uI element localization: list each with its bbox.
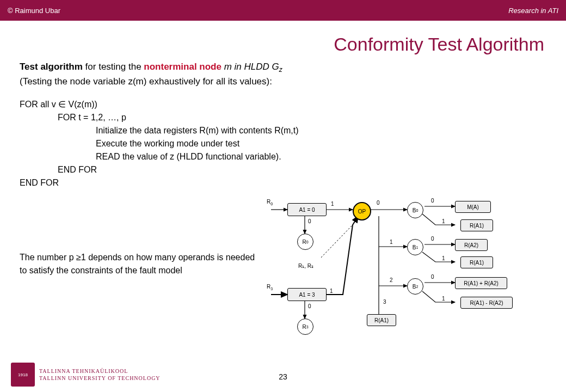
node-r0-circle: R0	[297, 234, 313, 250]
copyright: © Raimund Ubar	[8, 7, 60, 15]
footer: 1918 TALLINNA TEHNIKAÜLIKOOL TALLINN UNI…	[11, 363, 555, 387]
node-b2: B2	[407, 278, 423, 295]
algo-line: FOR t = 1,2, …, p	[20, 111, 546, 124]
edge-lbl: 3	[383, 299, 386, 305]
algo-line: Initialize the data registers R(m) with …	[20, 124, 546, 137]
term-ra1-bottom: R(A1)	[367, 314, 396, 326]
intro-red: nonterminal node	[144, 62, 222, 72]
lbl-r1r2: R₁, R₂	[298, 263, 313, 269]
university-logo: 1918 TALLINNA TEHNIKAÜLIKOOL TALLINN UNI…	[11, 363, 161, 387]
node-b0: B0	[407, 202, 423, 218]
edge-lbl: 0	[431, 274, 434, 280]
edge-lbl: 1	[330, 288, 333, 294]
edge-lbl: 0	[431, 236, 434, 242]
algorithm: FOR all v ∈ V(z(m)) FOR t = 1,2, …, p In…	[20, 98, 546, 189]
edge-lbl: 0	[308, 303, 311, 309]
edge-lbl: 1	[442, 255, 445, 261]
node-b1: B1	[407, 239, 423, 255]
edge-lbl: 0	[377, 200, 380, 206]
edge-lbl: 1	[331, 201, 334, 207]
term-ra2: R(A2)	[455, 239, 488, 251]
term-ma: M(A)	[455, 201, 491, 213]
edge-lbl: 1	[442, 296, 445, 302]
slide-body: Test algorithm for testing the nontermin…	[0, 60, 566, 189]
hldd-diagram: R0 R3 R₁, R₂ A1 = 0 A1 = 3 OP R0 R3 B0 B…	[261, 192, 544, 356]
term-ra1-1: R(A1)	[460, 219, 493, 231]
node-r3-circle: R3	[297, 318, 313, 335]
edge-lbl: 0	[431, 198, 434, 204]
algo-line: Execute the working mode under test	[20, 137, 546, 150]
edge-lbl: 1	[390, 239, 393, 245]
term-plus: R(A1) + R(A2)	[455, 277, 507, 289]
intro-bold: Test algorithm	[20, 62, 83, 72]
algo-line: FOR all v ∈ V(z(m))	[20, 98, 546, 111]
seal-icon: 1918	[11, 363, 35, 387]
svg-line-18	[321, 225, 353, 258]
node-a1-0: A1 = 0	[287, 203, 327, 216]
term-ra1-2: R(A1)	[460, 256, 493, 268]
edge-lbl: 1	[442, 218, 445, 224]
node-a1-3: A1 = 3	[287, 288, 327, 301]
edge-lbl: 0	[308, 218, 311, 224]
algo-line: END FOR	[20, 176, 546, 189]
algo-line: END FOR	[20, 163, 546, 176]
university-name: TALLINNA TEHNIKAÜLIKOOL TALLINN UNIVERSI…	[39, 367, 161, 382]
lbl-r0: R0	[267, 199, 273, 206]
algo-line: READ the value of z (HLDD functional var…	[20, 150, 546, 163]
note-text: The number p ≥1 depends on how many oper…	[20, 251, 259, 277]
header-bar: © Raimund Ubar Research in ATI	[0, 0, 566, 21]
research-label: Research in ATI	[508, 7, 558, 15]
edge-lbl: 2	[390, 277, 393, 283]
node-op: OP	[353, 202, 371, 220]
lbl-r3: R3	[267, 284, 273, 291]
term-minus: R(A1) - R(A2)	[460, 297, 513, 309]
intro-text: Test algorithm for testing the nontermin…	[20, 60, 546, 88]
slide-title: Conformity Test Algorithm	[0, 21, 566, 60]
